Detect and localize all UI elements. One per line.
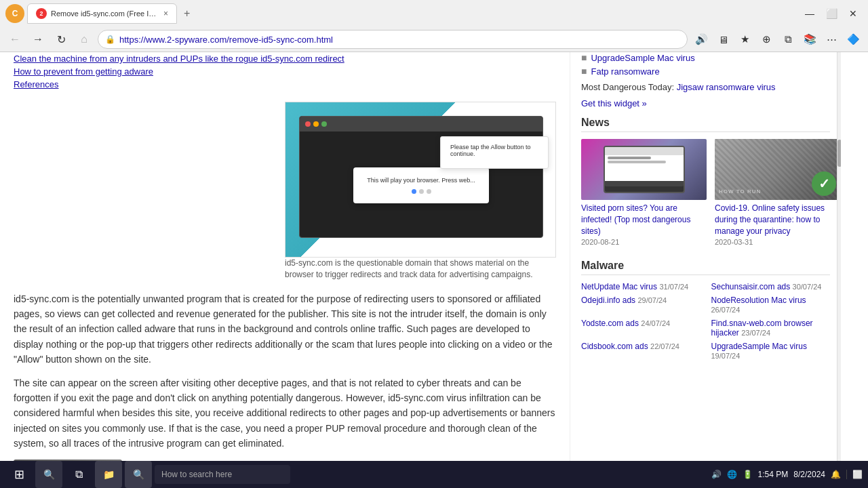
toc-item-1[interactable]: Clean the machine from any intruders and… — [14, 52, 556, 65]
add-to-favorites-button[interactable]: ⊕ — [757, 30, 776, 49]
forward-button[interactable]: → — [28, 30, 47, 49]
table-of-contents: Clean the machine from any intruders and… — [14, 52, 556, 91]
malware-date-3: 26/07/24 — [711, 306, 741, 314]
toolbar-icons: 🔊 🖥 ★ ⊕ ⧉ 📚 ⋯ 🔷 — [692, 30, 863, 49]
browser-chrome: C 2 Remove id5-sync.com (Free Instr... ×… — [0, 0, 868, 52]
malware-section: Malware NetUpdate Mac virus 31/07/24 31/… — [581, 260, 830, 361]
most-dangerous-link[interactable]: Jigsaw ransomware virus — [677, 82, 776, 92]
start-button[interactable]: ⊞ — [5, 461, 33, 488]
news-card-1-date: 2020-08-21 — [581, 238, 707, 246]
news-card-2-image: ✓ HOW TO RUN — [715, 139, 840, 200]
immersive-reader-button[interactable]: 🖥 — [713, 30, 732, 49]
article-image: This will play your browser. Press web..… — [285, 102, 556, 258]
malware-link-4[interactable]: Yodste.com ads — [581, 319, 639, 328]
main-content: Clean the machine from any intruders and… — [0, 52, 570, 488]
prev-link-2[interactable]: Fatp ransomware — [591, 66, 659, 77]
news-section: News — [581, 117, 830, 246]
get-widget-link[interactable]: Get this widget » — [581, 98, 647, 108]
tab-label: Remove id5-sync.com (Free Instr... — [51, 9, 159, 18]
news-card-2-title: Covid-19. Online safety issues during th… — [715, 203, 840, 237]
new-tab-button[interactable]: + — [180, 6, 194, 21]
malware-link-3[interactable]: NodeResolution Mac virus — [711, 296, 806, 305]
prev-link-1[interactable]: UpgradeSample Mac virus — [591, 53, 694, 63]
task-view-button[interactable]: ⧉ — [65, 461, 92, 488]
taskbar-date: 8/2/2024 — [793, 470, 825, 479]
malware-link-6[interactable]: Cidsbook.com ads — [581, 342, 648, 351]
malware-date-7: 19/07/24 — [711, 352, 741, 360]
malware-item-5: Find.snav-web.com browser hijacker 23/07… — [711, 319, 831, 338]
taskbar-search-input[interactable]: 🔍 — [125, 461, 152, 488]
search-button[interactable]: 🔍 — [35, 461, 62, 488]
notification-area[interactable]: 🔔 — [831, 470, 841, 479]
profile-icon[interactable]: C — [5, 4, 24, 23]
malware-item-3: NodeResolution Mac virus 26/07/24 — [711, 296, 831, 314]
article-paragraph-2: The site can appear on the screen after … — [14, 375, 556, 451]
active-tab[interactable]: 2 Remove id5-sync.com (Free Instr... × — [27, 3, 177, 24]
malware-item-6: Cidsbook.com ads 22/07/24 — [581, 342, 701, 361]
favorites-button[interactable]: ★ — [735, 30, 754, 49]
taskbar-time: 1:54 PM — [758, 470, 789, 479]
malware-link-2[interactable]: Odejdi.info ads — [581, 296, 635, 305]
collections-button[interactable]: 📚 — [800, 30, 819, 49]
malware-item-1: Sechunsaisir.com ads 30/07/24 — [711, 282, 831, 291]
image-caption: id5-sync.com is the questionable domain … — [285, 258, 556, 281]
show-desktop-button[interactable]: ⬜ — [846, 470, 863, 479]
read-aloud-button[interactable]: 🔊 — [692, 30, 711, 49]
reload-button[interactable]: ↻ — [52, 30, 71, 49]
copilot-button[interactable]: 🔷 — [844, 30, 863, 49]
malware-section-title: Malware — [581, 260, 830, 275]
malware-link-7[interactable]: UpgradeSample Mac virus — [711, 342, 807, 351]
malware-link-0[interactable]: NetUpdate Mac virus — [581, 282, 657, 291]
malware-date-0-val: 31/07/24 — [659, 283, 688, 291]
sidebar-scrollbar-thumb[interactable] — [837, 140, 841, 167]
split-screen-button[interactable]: ⧉ — [778, 30, 797, 49]
malware-item-2: Odejdi.info ads 29/07/24 — [581, 296, 701, 314]
malware-item-7: UpgradeSample Mac virus 19/07/24 — [711, 342, 831, 361]
back-button[interactable]: ← — [5, 30, 24, 49]
address-text: https://www.2-spyware.com/remove-id5-syn… — [119, 35, 680, 45]
tray-icon-2: 🌐 — [727, 470, 737, 479]
maximize-button[interactable]: ⬜ — [822, 4, 841, 23]
minimize-button[interactable]: — — [800, 4, 819, 23]
system-tray: 🔊 🌐 🔋 1:54 PM 8/2/2024 🔔 ⬜ — [711, 470, 863, 479]
tab-favicon: 2 — [36, 8, 47, 19]
malware-link-1[interactable]: Sechunsaisir.com ads — [711, 282, 791, 291]
tray-icon-3: 🔋 — [743, 470, 753, 479]
news-card-1-image — [581, 139, 707, 200]
malware-date-2: 29/07/24 — [637, 296, 667, 304]
tray-icon-1: 🔊 — [711, 470, 722, 479]
sidebar: ■ UpgradeSample Mac virus ■ Fatp ransomw… — [570, 52, 841, 488]
tab-close-button[interactable]: × — [163, 9, 168, 18]
title-bar: C 2 Remove id5-sync.com (Free Instr... ×… — [0, 0, 868, 27]
news-card-2[interactable]: ✓ HOW TO RUN Covid-19. Online safety iss… — [715, 139, 840, 246]
tab-area: C 2 Remove id5-sync.com (Free Instr... ×… — [5, 3, 795, 24]
home-button[interactable]: ⌂ — [75, 30, 94, 49]
news-card-1[interactable]: Visited porn sites? You are infected! (T… — [581, 139, 707, 246]
taskbar: ⊞ 🔍 ⧉ 📁 🔍 How to search here 🔊 🌐 🔋 1:54 … — [0, 461, 868, 488]
malware-date-1: 30/07/24 — [793, 283, 822, 291]
taskbar-search-box[interactable]: How to search here — [155, 465, 290, 484]
close-button[interactable]: ✕ — [844, 4, 863, 23]
malware-grid: NetUpdate Mac virus 31/07/24 31/07/24 Se… — [581, 282, 830, 361]
most-dangerous-label: Most Dangerous Today: — [581, 82, 677, 92]
malware-item-4: Yodste.com ads 24/07/24 — [581, 319, 701, 338]
toc-item-3[interactable]: References — [14, 78, 556, 91]
malware-item-0: NetUpdate Mac virus 31/07/24 31/07/24 — [581, 282, 701, 291]
article-paragraph-1: id5-sync.com is the potentially unwanted… — [14, 291, 556, 367]
lock-icon: 🔒 — [105, 35, 115, 44]
settings-button[interactable]: ⋯ — [822, 30, 841, 49]
malware-date-4: 24/07/24 — [641, 319, 670, 327]
address-bar[interactable]: 🔒 https://www.2-spyware.com/remove-id5-s… — [98, 30, 688, 49]
sidebar-scrollbar-track[interactable] — [837, 52, 841, 488]
page-container: Clean the machine from any intruders and… — [0, 52, 868, 488]
news-grid: Visited porn sites? You are infected! (T… — [581, 139, 830, 246]
news-card-1-title: Visited porn sites? You are infected! (T… — [581, 203, 707, 237]
taskbar-explorer-button[interactable]: 📁 — [95, 461, 122, 488]
window-controls: — ⬜ ✕ — [800, 4, 863, 23]
most-dangerous-section: Most Dangerous Today: Jigsaw ransomware … — [581, 82, 830, 92]
malware-date-6: 22/07/24 — [650, 342, 679, 350]
toc-item-2[interactable]: How to prevent from getting adware — [14, 65, 556, 78]
prev-links-section: ■ UpgradeSample Mac virus ■ Fatp ransomw… — [581, 52, 830, 77]
malware-date-5: 23/07/24 — [741, 329, 770, 337]
article-image-area: This will play your browser. Press web..… — [285, 102, 556, 281]
